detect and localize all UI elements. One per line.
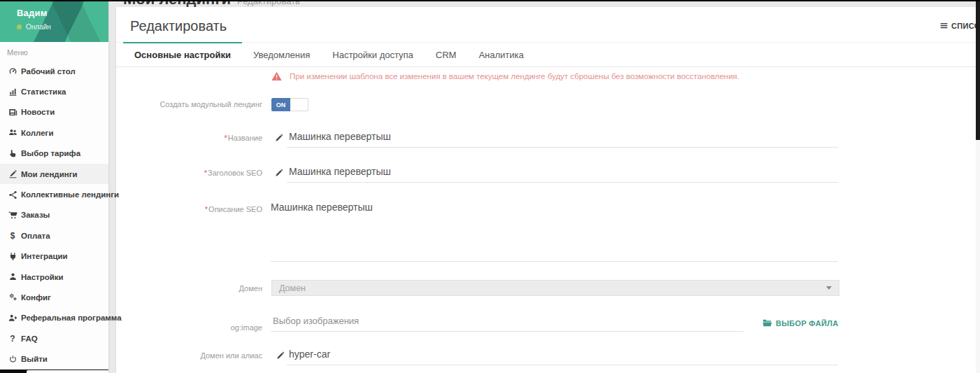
- sidebar-item-my-landings[interactable]: Мои лендинги: [0, 164, 108, 184]
- pencil-icon: [276, 351, 285, 360]
- warning-text: При изменении шаблона все изменения в ва…: [290, 72, 739, 80]
- power-icon: [8, 355, 17, 364]
- sidebar-item-label: Статистика: [21, 87, 66, 96]
- sidebar-item-label: Выбор тарифа: [21, 149, 80, 157]
- list-button[interactable]: СПИСОК: [939, 21, 976, 30]
- tab-notifications[interactable]: Уведомления: [242, 42, 321, 66]
- sidebar-item-label: Реферальная программа: [21, 314, 122, 322]
- tab-crm[interactable]: CRM: [425, 42, 468, 66]
- sidebar-item-label: Настройки: [21, 273, 64, 281]
- card-title: Редактировать: [130, 18, 227, 34]
- sidebar-item-label: Интеграции: [21, 252, 68, 260]
- news-icon: [8, 108, 17, 117]
- modular-toggle[interactable]: ON: [271, 98, 308, 111]
- sidebar-item-label: Коллеги: [21, 129, 53, 137]
- sidebar-item-news[interactable]: Новости: [0, 102, 108, 122]
- folder-icon: [762, 319, 772, 328]
- share-icon: [8, 190, 17, 199]
- sidebar-item-label: Конфиг: [21, 293, 51, 302]
- sidebar-item-statistics[interactable]: Статистика: [0, 81, 108, 101]
- sidebar-item-label: Выйти: [21, 355, 48, 363]
- dashboard-icon: [8, 66, 17, 76]
- dollar-icon: $: [8, 231, 17, 240]
- modular-label: Создать модульный лендинг: [116, 100, 262, 108]
- og-image-input[interactable]: [271, 316, 744, 332]
- alias-label: Домен или алиас: [116, 351, 262, 360]
- online-status-dot-icon: [17, 24, 22, 29]
- domain-select-value: Домен: [279, 283, 826, 293]
- name-label: *Название: [116, 134, 262, 142]
- edit-icon: [8, 169, 17, 178]
- seo-description-textarea[interactable]: Машинка перевертыш: [271, 202, 838, 262]
- sidebar-item-label: Мои лендинги: [21, 170, 78, 178]
- sidebar-item-collective-landings[interactable]: Коллективные лендинги: [0, 184, 108, 204]
- bottom-edge-artifact-inner: [27, 370, 108, 373]
- sidebar: Вадим Онлайн Меню Рабочий столСтатистика…: [0, 0, 108, 373]
- sidebar-item-label: Оплата: [21, 232, 50, 240]
- user-name: Вадим: [17, 8, 108, 18]
- scrollbar-thumb[interactable]: [976, 0, 980, 140]
- choose-file-label: ВЫБОР ФАЙЛА: [776, 319, 839, 328]
- toggle-on-label: ON: [271, 98, 290, 111]
- sidebar-item-payment[interactable]: $Оплата: [0, 225, 108, 246]
- required-mark: *: [225, 134, 227, 142]
- gears-icon: [8, 293, 17, 302]
- users-icon: [8, 128, 17, 137]
- seo-title-input[interactable]: [287, 166, 838, 183]
- chevron-down-icon: [826, 286, 832, 290]
- sidebar-item-label: Коллективные лендинги: [21, 190, 119, 199]
- sidebar-user-panel: Вадим Онлайн: [0, 0, 108, 42]
- list-icon: [939, 21, 949, 30]
- sidebar-item-settings[interactable]: Настройки: [0, 267, 108, 287]
- domain-select[interactable]: Домен: [271, 280, 839, 296]
- tab-analytics[interactable]: Аналитика: [467, 42, 534, 66]
- sidebar-menu: Рабочий столСтатистикаНовостиКоллегиВыбо…: [0, 61, 108, 370]
- sidebar-item-tariff[interactable]: Выбор тарифа: [0, 143, 108, 164]
- sidebar-item-orders[interactable]: Заказы: [0, 205, 108, 225]
- pencil-icon: [275, 134, 284, 143]
- sidebar-item-referral[interactable]: Реферальная программа: [0, 308, 108, 328]
- user-plus-icon: [8, 314, 17, 323]
- user-status-label: Онлайн: [26, 23, 51, 31]
- tab-access[interactable]: Настройки доступа: [321, 42, 425, 66]
- seo-description-label: *Описание SEO: [116, 205, 262, 213]
- list-button-label: СПИСОК: [951, 22, 976, 30]
- sidebar-item-label: Новости: [21, 108, 55, 116]
- hand-pointer-icon: [8, 149, 17, 158]
- og-image-label: og:image: [116, 323, 262, 332]
- user-status: Онлайн: [17, 23, 108, 31]
- alias-input[interactable]: [287, 349, 838, 365]
- plug-icon: [8, 252, 17, 261]
- required-mark: *: [205, 205, 208, 213]
- seo-title-label: *Заголовок SEO: [116, 169, 262, 177]
- vertical-scrollbar[interactable]: [976, 0, 980, 373]
- name-input[interactable]: [287, 131, 838, 148]
- edit-card: Редактировать СПИСОК Основные настройкиУ…: [116, 7, 976, 373]
- user-icon: [8, 272, 17, 281]
- sidebar-menu-header: Меню: [0, 42, 108, 61]
- sidebar-item-colleagues[interactable]: Коллеги: [0, 122, 108, 143]
- sidebar-item-config[interactable]: Конфиг: [0, 287, 108, 307]
- sidebar-item-logout[interactable]: Выйти: [0, 349, 108, 369]
- sidebar-item-integrations[interactable]: Интеграции: [0, 246, 108, 267]
- required-mark: *: [204, 169, 207, 177]
- bottom-edge-artifact: [0, 370, 108, 373]
- sidebar-item-desktop[interactable]: Рабочий стол: [0, 61, 108, 81]
- cart-icon: [8, 211, 17, 220]
- template-warning: При изменении шаблона все изменения в ва…: [271, 71, 739, 81]
- sidebar-item-label: Рабочий стол: [21, 67, 76, 76]
- chart-icon: [8, 87, 17, 97]
- pencil-icon: [275, 169, 284, 178]
- tab-main[interactable]: Основные настройки: [123, 42, 242, 66]
- warning-icon: [271, 71, 282, 81]
- sidebar-item-faq[interactable]: ?FAQ: [0, 328, 108, 349]
- domain-label: Домен: [116, 284, 262, 293]
- sidebar-item-label: FAQ: [21, 335, 38, 343]
- window-top-border: [0, 0, 980, 1]
- tab-bar: Основные настройкиУведомленияНастройки д…: [116, 42, 976, 67]
- choose-file-button[interactable]: ВЫБОР ФАЙЛА: [762, 319, 839, 328]
- question-icon: ?: [8, 334, 17, 343]
- sidebar-item-label: Заказы: [21, 211, 50, 219]
